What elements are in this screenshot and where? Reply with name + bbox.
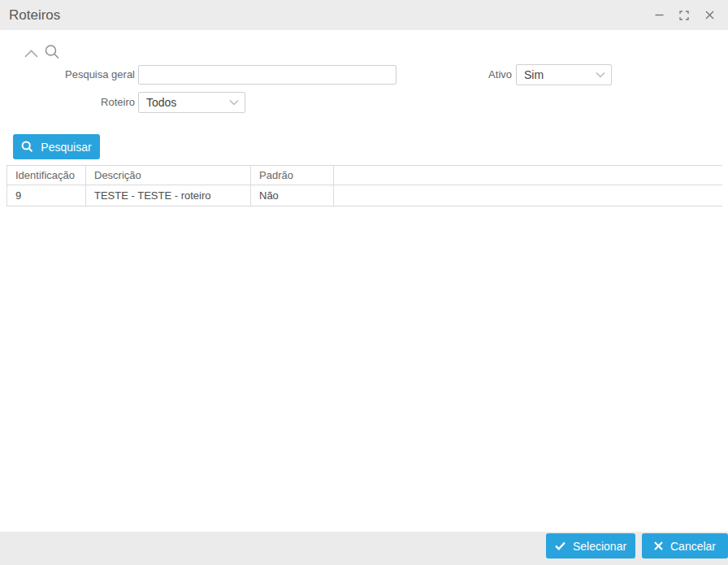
window-title: Roteiros (9, 7, 60, 24)
filter-search-button[interactable] (44, 44, 60, 60)
roteiro-select-value: Todos (146, 96, 176, 109)
ativo-select-value: Sim (524, 68, 544, 81)
search-icon (44, 44, 60, 60)
table-row[interactable]: 9 TESTE - TESTE - roteiro Não (6, 185, 722, 206)
roteiro-label: Roteiro (32, 96, 135, 109)
pesquisar-button[interactable]: Pesquisar (13, 134, 100, 159)
selecionar-button-label: Selecionar (573, 540, 626, 553)
chevron-up-icon (24, 50, 38, 58)
ativo-select[interactable]: Sim (516, 64, 612, 85)
search-icon (21, 141, 33, 153)
maximize-button[interactable] (675, 7, 693, 24)
cell-identificacao[interactable]: 9 (6, 185, 85, 206)
pesquisar-button-label: Pesquisar (41, 141, 91, 154)
minimize-button[interactable] (650, 7, 668, 24)
cell-padrao[interactable]: Não (250, 185, 333, 206)
general-search-input[interactable] (138, 65, 396, 85)
ativo-label: Ativo (439, 68, 512, 81)
chevron-down-icon (596, 72, 605, 78)
column-header-descricao[interactable]: Descrição (85, 166, 250, 185)
titlebar: Roteiros (0, 0, 728, 30)
results-table: Identificação Descrição Padrão 9 TESTE -… (6, 165, 722, 206)
table-header-row: Identificação Descrição Padrão (6, 165, 722, 185)
cell-empty (333, 185, 722, 206)
chevron-down-icon (229, 99, 239, 106)
column-header-empty (333, 166, 722, 185)
cancelar-button[interactable]: Cancelar (642, 533, 728, 558)
collapse-filters-button[interactable] (24, 50, 38, 60)
check-icon (555, 541, 566, 550)
selecionar-button[interactable]: Selecionar (546, 533, 635, 558)
x-icon (654, 541, 663, 550)
cell-descricao[interactable]: TESTE - TESTE - roteiro (85, 185, 250, 206)
roteiro-select[interactable]: Todos (138, 92, 245, 113)
general-search-label: Pesquisa geral (32, 68, 135, 81)
close-button[interactable] (700, 7, 718, 24)
filter-panel-icons (24, 44, 60, 60)
minimize-icon (655, 11, 664, 20)
close-icon (705, 11, 714, 20)
roteiros-dialog: Roteiros Pesquisa geral Ativo Sim (0, 0, 728, 565)
maximize-icon (679, 11, 689, 20)
column-header-padrao[interactable]: Padrão (250, 166, 333, 185)
window-controls (650, 7, 718, 24)
cancelar-button-label: Cancelar (670, 540, 716, 553)
column-header-identificacao[interactable]: Identificação (6, 166, 85, 185)
